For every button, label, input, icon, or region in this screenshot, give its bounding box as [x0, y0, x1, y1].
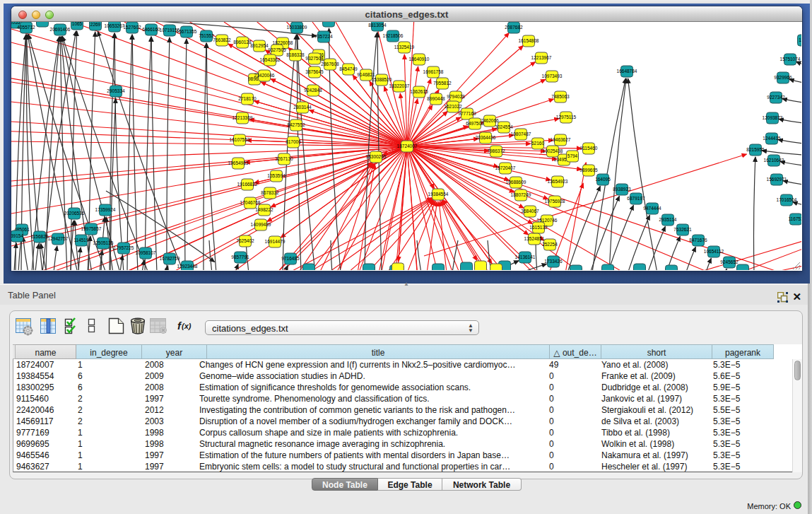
svg-text:751552: 751552 [199, 33, 214, 38]
svg-text:8471676: 8471676 [689, 238, 707, 243]
svg-text:12213967: 12213967 [531, 55, 552, 60]
svg-text:15751074: 15751074 [780, 57, 801, 62]
svg-text:7485063: 7485063 [551, 94, 570, 99]
svg-text:18807249: 18807249 [511, 192, 531, 197]
svg-text:7955812: 7955812 [433, 81, 452, 86]
svg-text:10653267: 10653267 [105, 23, 125, 28]
svg-text:6879197: 6879197 [627, 196, 645, 201]
svg-text:9716485: 9716485 [281, 256, 300, 261]
svg-text:7663822: 7663822 [213, 37, 231, 42]
svg-text:19654983: 19654983 [228, 160, 249, 165]
svg-text:10025438: 10025438 [543, 148, 563, 153]
svg-text:10958107: 10958107 [136, 250, 156, 255]
svg-text:8678332: 8678332 [261, 190, 279, 195]
svg-text:9327508: 9327508 [305, 56, 324, 61]
svg-text:13524851: 13524851 [524, 236, 545, 241]
svg-text:1065: 1065 [72, 22, 83, 26]
svg-text:10973493: 10973493 [542, 74, 563, 78]
svg-text:9777169: 9777169 [458, 111, 476, 116]
svg-text:15720407: 15720407 [495, 165, 516, 170]
svg-text:116753: 116753 [788, 216, 801, 221]
svg-text:2087682: 2087682 [505, 25, 523, 30]
svg-text:1112: 1112 [799, 37, 801, 42]
svg-text:2718170: 2718170 [238, 96, 257, 101]
svg-text:8454749: 8454749 [339, 66, 358, 71]
svg-text:10688609: 10688609 [506, 180, 526, 185]
svg-text:9857791: 9857791 [231, 255, 249, 259]
svg-text:1498222: 1498222 [255, 207, 273, 212]
svg-text:17046768: 17046768 [240, 200, 261, 205]
svg-text:12093873: 12093873 [763, 115, 783, 120]
svg-text:16210643: 16210643 [764, 158, 784, 163]
svg-text:16671355: 16671355 [177, 29, 197, 34]
svg-text:20364436: 20364436 [476, 135, 496, 140]
svg-text:17016504: 17016504 [777, 197, 797, 202]
svg-text:3267130: 3267130 [275, 156, 293, 161]
svg-text:62160: 62160 [531, 141, 544, 146]
svg-text:18724007: 18724007 [397, 144, 418, 148]
svg-text:16107553: 16107553 [230, 137, 250, 142]
svg-text:1362615: 1362615 [410, 89, 428, 94]
svg-text:17359924: 17359924 [95, 207, 116, 212]
svg-text:2867608: 2867608 [321, 62, 339, 66]
svg-text:15692971: 15692971 [767, 177, 787, 182]
svg-text:1156829: 1156829 [31, 234, 49, 239]
svg-text:12975115: 12975115 [556, 115, 577, 119]
svg-text:9327505: 9327505 [268, 47, 286, 52]
svg-text:7632621: 7632621 [673, 227, 692, 232]
svg-text:9794028: 9794028 [447, 94, 465, 99]
svg-text:3024554: 3024554 [495, 124, 513, 129]
svg-text:7986372: 7986372 [487, 148, 505, 153]
svg-text:164095: 164095 [595, 177, 611, 182]
svg-text:9227342: 9227342 [767, 95, 785, 100]
svg-text:5794: 5794 [567, 153, 578, 158]
svg-text:8990448: 8990448 [427, 96, 445, 101]
svg-text:9329966: 9329966 [774, 75, 792, 80]
svg-text:9146821: 9146821 [357, 72, 375, 77]
svg-text:19975857: 19975857 [81, 226, 102, 231]
svg-text:2269: 2269 [90, 22, 101, 27]
svg-text:16033809: 16033809 [287, 25, 307, 30]
svg-text:8186328: 8186328 [286, 52, 305, 57]
svg-text:12213369: 12213369 [233, 115, 253, 120]
svg-text:1733426: 1733426 [544, 259, 563, 264]
svg-text:7462066: 7462066 [481, 118, 499, 123]
svg-text:8813054: 8813054 [368, 23, 387, 28]
svg-text:114519: 114519 [73, 238, 89, 243]
svg-text:20691406: 20691406 [50, 27, 71, 32]
svg-text:19463627: 19463627 [551, 137, 571, 142]
svg-text:18300295: 18300295 [366, 154, 387, 159]
svg-text:13654923: 13654923 [548, 179, 568, 184]
svg-text:817006: 817006 [286, 139, 301, 144]
svg-text:9242848: 9242848 [304, 88, 322, 93]
svg-text:(x): (x) [182, 322, 192, 330]
svg-text:3875645: 3875645 [305, 69, 324, 74]
svg-text:23420046: 23420046 [254, 73, 275, 78]
svg-text:16154808: 16154808 [519, 38, 539, 43]
svg-text:20206536: 20206536 [64, 211, 85, 216]
svg-text:16543362: 16543362 [260, 57, 281, 62]
svg-text:14099489: 14099489 [251, 222, 271, 227]
svg-text:8938923: 8938923 [613, 187, 631, 192]
svg-text:9245652: 9245652 [720, 259, 739, 264]
svg-text:8215955: 8215955 [746, 147, 765, 152]
svg-text:2935114: 2935114 [659, 217, 677, 222]
svg-text:17957225: 17957225 [114, 245, 134, 250]
svg-text:16782759: 16782759 [160, 256, 180, 261]
svg-text:3684067: 3684067 [521, 209, 539, 214]
svg-text:9899695: 9899695 [579, 168, 598, 173]
svg-text:16961758: 16961758 [423, 69, 444, 74]
svg-text:6466160: 6466160 [142, 27, 160, 32]
svg-text:9427552: 9427552 [287, 122, 305, 127]
svg-text:15388520: 15388520 [372, 77, 392, 82]
svg-text:18640910: 18640910 [409, 57, 430, 62]
svg-text:1244415: 1244415 [763, 136, 781, 141]
svg-text:1615132: 1615132 [529, 225, 548, 230]
svg-text:10654112: 10654112 [704, 249, 724, 254]
svg-text:9474444: 9474444 [643, 206, 661, 211]
svg-text:4055712: 4055712 [17, 25, 35, 30]
svg-text:1353594: 1353594 [267, 173, 286, 178]
svg-text:1527602: 1527602 [123, 25, 141, 30]
svg-text:7357224: 7357224 [314, 34, 333, 39]
svg-text:1621022: 1621022 [444, 104, 462, 109]
